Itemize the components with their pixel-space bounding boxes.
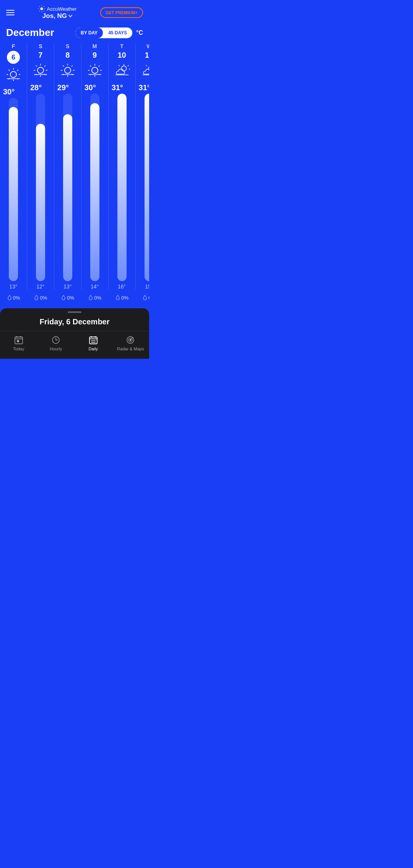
month-title: December: [6, 27, 54, 39]
temp-high: 30°: [2, 87, 15, 96]
unit-label[interactable]: °C: [136, 29, 143, 36]
svg-line-6: [44, 11, 44, 11]
nav-radar[interactable]: Radar & Maps: [112, 335, 150, 351]
nav-today-label: Today: [13, 347, 24, 351]
bar-fill: [90, 103, 99, 281]
day-number: 8: [65, 51, 70, 60]
rain-pct: 0%: [94, 295, 101, 301]
bar-fill: [145, 94, 149, 281]
day-number: 9: [93, 51, 97, 60]
svg-line-13: [8, 70, 10, 71]
bar-track: [36, 94, 45, 281]
bar-area: [8, 98, 19, 281]
day-col-2[interactable]: S 8 29° 13°: [54, 43, 81, 290]
day-number: 7: [38, 51, 42, 60]
bar-track: [117, 94, 127, 281]
svg-rect-65: [17, 340, 19, 342]
location-row[interactable]: Jos, NG: [42, 12, 72, 20]
location-label: Jos, NG: [42, 12, 67, 20]
svg-line-5: [39, 6, 39, 7]
today-icon: [14, 335, 24, 345]
view-toggle[interactable]: BY DAY 45 DAYS: [75, 28, 132, 38]
accuweather-logo: AccuWeather: [38, 5, 77, 12]
nav-hourly[interactable]: Hourly: [37, 335, 75, 351]
daily-icon: [88, 335, 98, 345]
day-label: F: [12, 43, 15, 49]
svg-line-25: [44, 65, 46, 66]
svg-line-33: [63, 65, 64, 66]
rain-cell-0: 0%: [0, 295, 27, 301]
day-number: 11: [145, 51, 149, 60]
svg-line-51: [128, 65, 129, 66]
header-center: AccuWeather Jos, NG: [38, 5, 77, 20]
svg-line-35: [72, 65, 73, 66]
rain-pct: 0%: [67, 295, 74, 301]
bar-track: [90, 94, 99, 281]
day-label: T: [120, 43, 124, 49]
rain-cell-4: 0%: [109, 295, 136, 301]
bottom-sheet: Friday, 6 December: [0, 308, 149, 331]
weather-icon: [5, 67, 22, 84]
sheet-handle[interactable]: [68, 311, 81, 313]
svg-point-53: [121, 66, 126, 71]
rain-icon: [88, 295, 93, 301]
nav-daily[interactable]: Daily: [75, 335, 112, 351]
rain-cell-3: 0%: [81, 295, 109, 301]
svg-line-43: [90, 65, 91, 66]
day-col-1[interactable]: S 7 28° 12°: [27, 43, 54, 290]
day-label: S: [66, 43, 69, 49]
day-number: 10: [117, 51, 126, 60]
svg-line-50: [119, 65, 120, 66]
nav-today[interactable]: Today: [0, 335, 37, 351]
by-day-button[interactable]: BY DAY: [75, 28, 103, 38]
menu-button[interactable]: [6, 10, 15, 15]
bar-track: [9, 98, 18, 281]
chevron-down-icon: [68, 14, 72, 18]
svg-line-56: [146, 65, 147, 66]
bar-area: [62, 94, 73, 281]
weather-icon: [32, 63, 49, 79]
nav-daily-label: Daily: [89, 347, 98, 351]
rain-pct: 0%: [13, 295, 20, 301]
app-name: AccuWeather: [47, 6, 77, 12]
day-col-3[interactable]: M 9 30° 14°: [81, 43, 109, 290]
bar-track: [63, 94, 72, 281]
rain-cell-5: 0%: [136, 295, 149, 301]
rain-icon: [115, 295, 120, 301]
temp-low: 16°: [118, 283, 126, 290]
day-label: M: [93, 43, 97, 49]
rain-pct: 0%: [40, 295, 47, 301]
day-col-0[interactable]: F 6 30° 13°: [0, 43, 27, 290]
weather-icon: [113, 63, 131, 79]
svg-line-15: [17, 70, 18, 71]
bar-fill: [117, 94, 127, 281]
temp-high: 31°: [110, 83, 123, 92]
logo-sun-icon: [38, 5, 45, 12]
temp-low: 12°: [36, 283, 44, 290]
rain-cell-2: 0%: [54, 295, 81, 301]
temp-high: 30°: [83, 83, 96, 92]
day-col-5[interactable]: W 11 31° 15°: [136, 43, 149, 290]
svg-line-8: [39, 11, 39, 11]
bar-track: [145, 94, 149, 281]
svg-line-23: [36, 65, 37, 66]
svg-point-0: [40, 7, 43, 10]
day-col-4[interactable]: T 10 31° 16°: [109, 43, 136, 290]
bar-fill: [36, 124, 45, 281]
rain-cell-1: 0%: [27, 295, 54, 301]
premium-button[interactable]: GET PREMIUM+: [100, 7, 143, 18]
day-label: S: [39, 43, 42, 49]
rain-icon: [143, 295, 147, 301]
45-days-button[interactable]: 45 DAYS: [103, 28, 132, 38]
toggle-group: BY DAY 45 DAYS °C: [75, 28, 143, 38]
days-container: F 6 30° 13° S: [0, 43, 149, 290]
svg-line-76: [130, 337, 133, 340]
rain-icon: [61, 295, 66, 301]
svg-point-37: [65, 67, 71, 73]
svg-line-45: [98, 65, 99, 66]
rain-icon: [34, 295, 39, 301]
temp-low: 13°: [63, 283, 72, 290]
bottom-nav: Today Hourly Daily Radar & Maps: [0, 331, 149, 359]
day-number: 6: [7, 51, 20, 64]
rain-pct: 0%: [121, 295, 128, 301]
